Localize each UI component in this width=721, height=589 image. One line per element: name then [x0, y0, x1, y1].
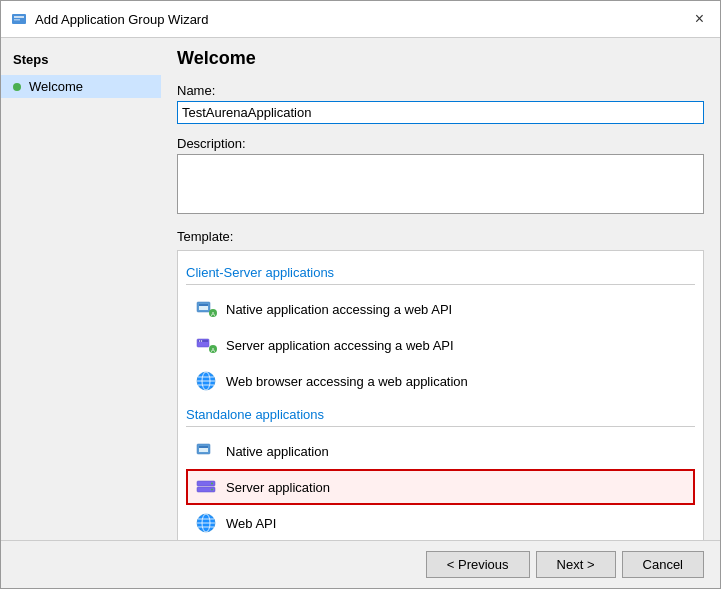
group-header-standalone: Standalone applications	[186, 407, 695, 422]
template-label: Template:	[177, 229, 704, 244]
sidebar-item-label: Welcome	[29, 79, 83, 94]
main-content: Welcome Name: Description: Template: Cli…	[161, 38, 720, 540]
dialog: Add Application Group Wizard × Steps Wel…	[0, 0, 721, 589]
sidebar-title: Steps	[1, 48, 161, 75]
icon-server-web-api: A	[194, 333, 218, 357]
template-item-label-web-api: Web API	[226, 516, 276, 531]
svg-text:A: A	[211, 347, 215, 353]
next-button[interactable]: Next >	[536, 551, 616, 578]
page-title: Welcome	[177, 48, 704, 69]
icon-web-browser	[194, 369, 218, 393]
close-button[interactable]: ×	[689, 9, 710, 29]
svg-rect-1	[14, 16, 24, 18]
divider-standalone	[186, 426, 695, 427]
divider-client-server	[186, 284, 695, 285]
name-label: Name:	[177, 83, 704, 98]
template-item-web-browser[interactable]: Web browser accessing a web application	[186, 363, 695, 399]
dialog-icon	[11, 11, 27, 27]
svg-text:A: A	[211, 311, 215, 317]
template-item-native-app[interactable]: Native application	[186, 433, 695, 469]
description-input[interactable]	[177, 154, 704, 214]
sidebar-item-welcome[interactable]: Welcome	[1, 75, 161, 98]
svg-point-25	[211, 489, 213, 491]
name-group: Name:	[177, 83, 704, 124]
svg-point-10	[199, 340, 200, 341]
step-indicator	[13, 83, 21, 91]
template-section: Client-Server applications A	[177, 250, 704, 540]
template-item-server-web-api[interactable]: A Server application accessing a web API	[186, 327, 695, 363]
template-item-label-native-app: Native application	[226, 444, 329, 459]
svg-point-11	[201, 340, 202, 341]
dialog-content: Steps Welcome Welcome Name: Description:…	[1, 38, 720, 540]
template-item-label-server-web-api: Server application accessing a web API	[226, 338, 454, 353]
template-item-label-native-web-api: Native application accessing a web API	[226, 302, 452, 317]
name-input[interactable]	[177, 101, 704, 124]
previous-button[interactable]: < Previous	[426, 551, 530, 578]
svg-rect-2	[14, 19, 20, 21]
template-item-server-app[interactable]: Server application	[186, 469, 695, 505]
template-item-native-web-api[interactable]: A Native application accessing a web API	[186, 291, 695, 327]
template-item-label-server-app: Server application	[226, 480, 330, 495]
svg-point-24	[211, 483, 213, 485]
dialog-title: Add Application Group Wizard	[35, 12, 689, 27]
title-bar: Add Application Group Wizard ×	[1, 1, 720, 38]
cancel-button[interactable]: Cancel	[622, 551, 704, 578]
icon-web-api	[194, 511, 218, 535]
svg-rect-21	[199, 446, 208, 448]
icon-server-app	[194, 475, 218, 499]
svg-rect-5	[199, 304, 208, 306]
template-item-label-web-browser: Web browser accessing a web application	[226, 374, 468, 389]
template-item-web-api[interactable]: Web API	[186, 505, 695, 540]
footer: < Previous Next > Cancel	[1, 540, 720, 588]
description-label: Description:	[177, 136, 704, 151]
icon-native-web-api: A	[194, 297, 218, 321]
sidebar: Steps Welcome	[1, 38, 161, 540]
template-group: Template: Client-Server applications	[177, 229, 704, 540]
description-group: Description:	[177, 136, 704, 217]
icon-native-app	[194, 439, 218, 463]
group-header-client-server: Client-Server applications	[186, 265, 695, 280]
